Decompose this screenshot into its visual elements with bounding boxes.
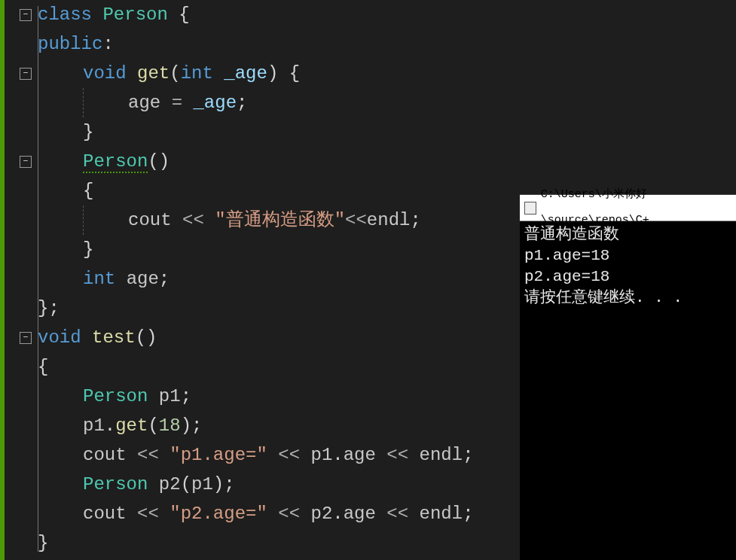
code-line[interactable]: age = _age; bbox=[35, 88, 247, 117]
code-line[interactable]: cout << "普通构造函数"<<endl; bbox=[35, 205, 421, 235]
code-line[interactable]: public: bbox=[35, 29, 114, 59]
code-line[interactable]: void test() bbox=[35, 323, 157, 352]
code-line[interactable]: Person p1; bbox=[35, 382, 191, 411]
code-line[interactable]: Person p2(p1); bbox=[35, 470, 235, 499]
code-line[interactable]: { bbox=[35, 352, 48, 382]
console-output[interactable]: 普通构造函数 p1.age=18 p2.age=18 请按任意键继续. . . bbox=[520, 221, 736, 312]
code-line[interactable]: } bbox=[35, 528, 48, 558]
fold-toggle[interactable]: − bbox=[20, 68, 32, 80]
fold-toggle[interactable]: − bbox=[20, 156, 32, 168]
code-area[interactable]: class Person {−public:void get(int _age)… bbox=[35, 0, 520, 560]
code-line[interactable]: Person() bbox=[35, 147, 169, 176]
fold-toggle[interactable]: − bbox=[20, 9, 32, 21]
fold-toggle[interactable]: − bbox=[20, 332, 32, 344]
code-line[interactable]: } bbox=[35, 235, 93, 264]
code-line[interactable]: p1.get(18); bbox=[35, 411, 202, 440]
console-title-bar[interactable]: C:\Users\小米你好\source\repos\C+ bbox=[520, 195, 736, 221]
code-line[interactable]: } bbox=[35, 117, 93, 147]
code-line[interactable]: int age; bbox=[35, 264, 169, 294]
code-line[interactable]: void get(int _age) { bbox=[35, 59, 300, 88]
console-window: C:\Users\小米你好\source\repos\C+ 普通构造函数 p1.… bbox=[520, 194, 736, 560]
code-line[interactable]: class Person { bbox=[35, 0, 190, 29]
console-app-icon bbox=[524, 202, 536, 215]
code-line[interactable]: cout << "p2.age=" << p2.age << endl; bbox=[35, 499, 474, 528]
gutter bbox=[5, 0, 35, 560]
code-line[interactable]: { bbox=[35, 176, 93, 205]
code-editor[interactable]: class Person {−public:void get(int _age)… bbox=[0, 0, 520, 560]
code-line[interactable]: cout << "p1.age=" << p1.age << endl; bbox=[35, 440, 474, 470]
